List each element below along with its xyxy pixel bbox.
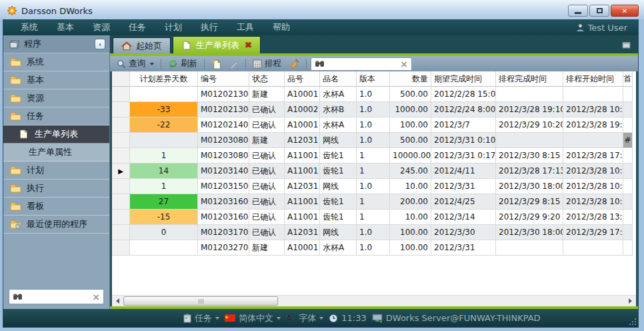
table-row[interactable]: ▶ 27 M012031601 已确认 A11001 齿轮1 1 200.00 … — [112, 194, 636, 210]
font-dropdown[interactable]: A: 字体 — [286, 312, 323, 324]
cell-version[interactable]: 1 — [357, 148, 390, 163]
sidebar-collapse-button[interactable]: ‹ — [95, 39, 105, 49]
cell-item-no[interactable]: A11001 — [285, 210, 320, 225]
header-status[interactable]: 状态 — [249, 71, 285, 87]
cell-sched-finish-time[interactable]: 2012/3/29 9:20 — [496, 210, 563, 225]
table-row[interactable]: ▶ -33 M012021302 已确认 A10002 水杯B 1.0 1000… — [112, 102, 636, 117]
float-window-icon[interactable] — [621, 40, 631, 49]
header-clipped-column[interactable]: 首 — [623, 71, 633, 87]
cell-sched-start-time[interactable]: 2012/3/28 13:40 — [563, 210, 623, 225]
cell-item-no[interactable]: A10001 — [285, 240, 320, 256]
cell-sched-start-time[interactable]: 2012/3/28 17:13 — [563, 148, 623, 163]
cell-version[interactable]: 1.0 — [357, 87, 390, 102]
cell-expected-finish-time[interactable]: 2012/3/31 0:17 — [431, 148, 496, 163]
cell-sched-start-time[interactable]: 2012/3/28 10:52 — [563, 194, 623, 210]
table-row[interactable]: ▶ 0 M012031701 已确认 A12031 网线 1.0 100.00 … — [112, 225, 636, 240]
cell-item-no[interactable]: A10002 — [285, 102, 320, 117]
cell-sched-finish-time[interactable] — [496, 240, 563, 256]
cell-item-name[interactable]: 水杯B — [320, 102, 357, 117]
cell-quantity[interactable]: 500.00 — [390, 133, 431, 148]
scroll-left-button[interactable] — [112, 296, 123, 306]
cell-item-name[interactable]: 水杯A — [320, 117, 357, 133]
cell-item-name[interactable]: 水杯A — [320, 240, 357, 256]
cell-plan-diff-days[interactable] — [130, 133, 198, 148]
cell-version[interactable]: 1 — [357, 210, 390, 225]
scrollbar-thumb[interactable] — [123, 296, 278, 306]
cell-expected-finish-time[interactable]: 2012/3/30 — [431, 225, 496, 240]
cell-status[interactable]: 已确认 — [249, 194, 285, 210]
cell-sched-finish-time[interactable]: 2012/3/28 17:13 — [496, 163, 563, 179]
cell-status[interactable]: 已确认 — [249, 148, 285, 163]
table-row[interactable]: ▶ 1 M012030802 已确认 A11001 齿轮1 1 10000.00… — [112, 148, 636, 163]
row-selector[interactable]: ▶ — [112, 240, 130, 256]
scroll-right-button[interactable] — [625, 296, 636, 306]
cell-quantity[interactable]: 100.00 — [390, 225, 431, 240]
cell-sched-start-time[interactable]: 2012/3/28 10:52 — [563, 179, 623, 194]
cell-version[interactable]: 1.0 — [357, 133, 390, 148]
cell-item-name[interactable]: 网线 — [320, 225, 357, 240]
sidebar-item[interactable]: 执行 — [3, 180, 109, 198]
cell-sched-start-time[interactable]: 2012/3/28 10:52 — [563, 102, 623, 117]
cell-quantity[interactable]: 100.00 — [390, 117, 431, 133]
cell-sched-start-time[interactable] — [563, 240, 623, 256]
cell-order-no[interactable]: M012031601 — [198, 194, 249, 210]
tab[interactable]: 起始页 ✖ — [113, 37, 171, 53]
cell-overflow-indicator[interactable] — [623, 194, 633, 210]
schedule-button[interactable]: 排程 — [250, 57, 284, 71]
menu-item[interactable]: 计划 — [155, 21, 191, 33]
cell-item-no[interactable]: A11001 — [285, 148, 320, 163]
table-row[interactable]: ▶ M012030801 新建 A12031 网线 1.0 500.00 201… — [112, 133, 636, 148]
cell-item-name[interactable]: 水杯A — [320, 87, 357, 102]
cell-item-name[interactable]: 齿轮1 — [320, 210, 357, 225]
row-selector[interactable]: ▶ — [112, 117, 130, 133]
menu-item[interactable]: 帮助 — [263, 21, 299, 33]
header-quantity[interactable]: 数量 — [390, 71, 431, 87]
cell-item-name[interactable]: 齿轮1 — [320, 163, 357, 179]
cell-overflow-indicator[interactable] — [623, 102, 633, 117]
menu-item[interactable]: 工具 — [227, 21, 263, 33]
toolbar-search-input[interactable] — [327, 59, 397, 69]
row-selector[interactable]: ▶ — [112, 133, 130, 148]
row-selector[interactable]: ▶ — [112, 194, 130, 210]
cell-plan-diff-days[interactable]: -33 — [130, 102, 198, 117]
cell-sched-finish-time[interactable]: 2012/3/29 8:15 — [496, 194, 563, 210]
cell-item-name[interactable]: 网线 — [320, 133, 357, 148]
cell-quantity[interactable]: 200.00 — [390, 194, 431, 210]
cell-plan-diff-days[interactable]: 0 — [130, 225, 198, 240]
cell-status[interactable]: 已确认 — [249, 102, 285, 117]
cell-status[interactable]: 已确认 — [249, 163, 285, 179]
row-selector[interactable]: ▶ — [112, 179, 130, 194]
header-item-no[interactable]: 品号 — [285, 71, 320, 87]
header-expected-finish-time[interactable]: 期望完成时间 — [431, 71, 496, 87]
cell-item-no[interactable]: A11001 — [285, 163, 320, 179]
row-selector[interactable]: ▶ — [112, 225, 130, 240]
header-sched-finish-time[interactable]: 排程完成时间 — [496, 71, 563, 87]
cell-plan-diff-days[interactable]: -22 — [130, 117, 198, 133]
menu-item[interactable]: 执行 — [191, 21, 227, 33]
cell-order-no[interactable]: M012032701 — [198, 240, 249, 256]
cell-status[interactable]: 已确认 — [249, 179, 285, 194]
cell-version[interactable]: 1 — [357, 163, 390, 179]
cell-plan-diff-days[interactable] — [130, 240, 198, 256]
cell-version[interactable]: 1.0 — [357, 179, 390, 194]
cell-plan-diff-days[interactable]: 1 — [130, 148, 198, 163]
header-plan-diff-days[interactable]: 计划差异天数 — [130, 71, 198, 87]
cell-status[interactable]: 新建 — [249, 240, 285, 256]
cell-version[interactable]: 1.0 — [357, 117, 390, 133]
row-selector[interactable]: ▶ — [112, 148, 130, 163]
cell-quantity[interactable]: 500.00 — [390, 87, 431, 102]
cell-version[interactable]: 1.0 — [357, 102, 390, 117]
sidebar-search-input[interactable] — [25, 292, 89, 302]
cell-order-no[interactable]: M012031602 — [198, 210, 249, 225]
cell-item-no[interactable]: A10001 — [285, 117, 320, 133]
refresh-button[interactable]: 刷新 — [165, 57, 200, 71]
cell-sched-finish-time[interactable]: 2012/3/30 18:00 — [496, 225, 563, 240]
cell-quantity[interactable]: 1000.00 — [390, 102, 431, 117]
cell-item-name[interactable]: 齿轮1 — [320, 148, 357, 163]
cell-sched-start-time[interactable]: 2012/3/29 17:46 — [563, 225, 623, 240]
clear-schedule-button[interactable] — [287, 57, 302, 71]
menu-item[interactable]: 任务 — [119, 21, 155, 33]
cell-order-no[interactable]: M012021401 — [198, 117, 249, 133]
cell-expected-finish-time[interactable]: 2012/3/31 — [431, 240, 496, 256]
sidebar-item[interactable]: 看板 — [3, 198, 109, 216]
